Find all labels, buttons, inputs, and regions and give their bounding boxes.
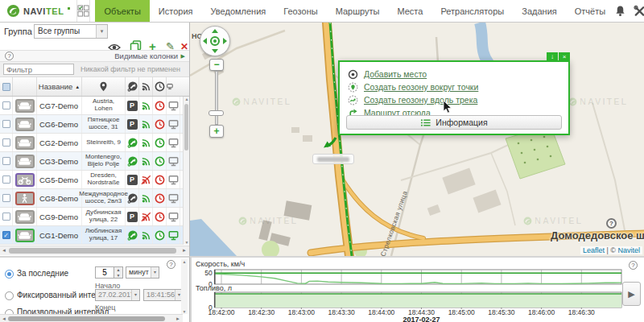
object-row[interactable]: ✓ CG1-Demo Люблинская улица, 17 — [0, 226, 183, 245]
nav-item-8[interactable]: Отчёты — [566, 0, 614, 22]
geofence-track-icon — [348, 95, 358, 105]
scrollbar-thumb[interactable] — [8, 316, 165, 321]
popup-close-button[interactable]: × — [559, 52, 570, 62]
select-all-checkbox[interactable] — [0, 77, 13, 96]
filter-bar: Никакой фильтр не применен — [0, 62, 189, 77]
panel-vertical-scrollbar[interactable]: ▲ ▼ — [181, 259, 188, 314]
radio-fixed-interval[interactable] — [5, 291, 14, 300]
row-checkbox[interactable]: ✓ — [2, 231, 10, 239]
status-activity-icon — [155, 230, 165, 241]
status-moving-icon — [127, 156, 138, 167]
object-row[interactable]: CG8-Demo Международное шоссе, 2вл3 — [0, 189, 183, 208]
visible-columns-link[interactable]: Видимые колонки — [114, 52, 178, 60]
status-monitor-icon — [168, 101, 179, 111]
leaflet-link[interactable]: Leaflet — [583, 246, 605, 254]
menu-add-place[interactable]: Добавить место — [348, 68, 568, 80]
col-connection[interactable] — [139, 77, 153, 96]
nav-item-2[interactable]: Уведомления — [202, 0, 275, 22]
status-connection-icon — [141, 101, 151, 111]
nav-item-3[interactable]: Геозоны — [275, 0, 326, 22]
col-location[interactable] — [82, 77, 126, 96]
object-row[interactable]: CG9-Demo Дубнинская улица, 22 P — [0, 208, 183, 226]
nav-item-7[interactable]: Задания — [513, 0, 565, 22]
object-row[interactable]: CG3-Demo Montenegro, Bijelo Polje — [0, 152, 183, 171]
zoom-out-button[interactable]: − — [209, 59, 224, 71]
row-checkbox[interactable] — [2, 138, 10, 147]
row-checkbox[interactable] — [2, 120, 10, 128]
filter-input[interactable] — [3, 64, 74, 75]
svg-text:18:44:00: 18:44:00 — [368, 308, 394, 316]
group-select[interactable]: Все группы▾ — [34, 24, 108, 39]
map-pan-control[interactable] — [200, 26, 230, 56]
notifications-bell-icon[interactable] — [614, 5, 626, 17]
table-vertical-scrollbar[interactable]: ▲ ▼ — [183, 97, 189, 245]
radio-last-interval[interactable] — [5, 270, 14, 279]
nav-item-6[interactable]: Ретрансляторы — [431, 0, 513, 22]
map-context-popup: ↓ × Добавить место Создать геозону вокру… — [338, 60, 570, 135]
object-row[interactable]: CG6-Demo Пятницкое шоссе, 31 P — [0, 115, 183, 134]
object-name: CG7-Demo — [37, 97, 82, 114]
row-checkbox[interactable] — [2, 213, 10, 221]
columns-arrow-icon: ▶ — [181, 52, 185, 61]
map[interactable]: НС NAVITEL NAVITEL NAVITEL NAVITEL − + С… — [190, 23, 644, 256]
panel-horizontal-scrollbar[interactable]: ◄ ► — [0, 314, 183, 322]
panel-toggle-button[interactable] — [76, 0, 90, 22]
help-icon[interactable]: ? — [5, 52, 14, 60]
pan-left-icon[interactable] — [203, 38, 207, 44]
menu-create-geofence-around-point[interactable]: Создать геозону вокруг точки — [348, 80, 568, 93]
status-activity-icon — [155, 156, 165, 167]
nav-item-1[interactable]: История — [150, 0, 202, 22]
pan-right-icon[interactable] — [223, 38, 227, 44]
pan-up-icon[interactable] — [212, 29, 218, 33]
columns-bar: ? Видимые колонки ▶ — [0, 50, 189, 62]
col-monitor[interactable] — [167, 77, 173, 96]
row-checkbox[interactable] — [2, 101, 10, 109]
object-row[interactable]: CG7-Demo Austria, Lohen P — [0, 97, 183, 115]
zoom-slider[interactable] — [215, 71, 218, 125]
road-name-label: Домодедовское шс — [551, 229, 644, 242]
row-checkbox[interactable] — [2, 175, 10, 184]
map-help-icon[interactable]: ? — [606, 218, 617, 229]
col-activity[interactable] — [153, 77, 167, 96]
vehicle-marker[interactable] — [322, 135, 338, 151]
pan-down-icon[interactable] — [212, 49, 218, 53]
help-icon[interactable]: ? — [167, 260, 175, 269]
object-address: Steinreith, 9 — [82, 134, 126, 151]
value-stepper[interactable]: ▲▼ — [114, 266, 123, 279]
svg-text:18:45:00: 18:45:00 — [448, 308, 475, 316]
table-horizontal-scrollbar[interactable]: ◄ ► — [0, 246, 189, 255]
col-vehicle-type[interactable] — [13, 77, 37, 96]
row-checkbox[interactable] — [2, 157, 10, 165]
information-button[interactable]: Информация — [346, 115, 562, 130]
zoom-in-button[interactable]: + — [209, 125, 224, 138]
tools-icon[interactable] — [634, 5, 644, 17]
vehicle-type-icon — [15, 136, 35, 150]
zoom-slider-handle[interactable] — [208, 110, 224, 116]
status-activity-icon — [155, 212, 165, 222]
nav-item-5[interactable]: Места — [388, 0, 431, 22]
scrollbar-thumb[interactable] — [9, 248, 176, 254]
nav-item-0[interactable]: Объекты — [95, 0, 149, 22]
start-date-select[interactable]: 27.02.2017▾ — [95, 289, 140, 301]
last-value-input[interactable] — [95, 266, 114, 279]
row-checkbox[interactable] — [2, 194, 10, 202]
unit-select[interactable]: минут▾ — [126, 266, 159, 279]
popup-pin-button[interactable]: ↓ — [547, 52, 558, 62]
status-activity-icon — [155, 119, 165, 130]
status-connection-icon — [141, 193, 151, 204]
nav-item-4[interactable]: Маршруты — [327, 0, 389, 22]
playback-button[interactable]: ▶ — [622, 282, 641, 306]
scrollbar-thumb[interactable] — [184, 104, 188, 151]
col-name[interactable]: Название▲ — [37, 77, 82, 96]
col-movement[interactable] — [126, 77, 139, 96]
status-monitor-icon — [168, 156, 179, 167]
chart-help-icon[interactable]: ? — [629, 261, 638, 270]
menu-create-geofence-along-track[interactable]: Создать геозону вдоль трека — [348, 93, 568, 106]
map-watermark: NAVITEL — [238, 216, 298, 225]
status-activity-icon — [155, 193, 165, 204]
object-row[interactable]: CG2-Demo Steinreith, 9 — [0, 134, 183, 152]
pan-center-icon[interactable] — [210, 36, 220, 46]
navitel-link[interactable]: Navitel — [617, 246, 640, 254]
start-time-select[interactable]: 18:41:56▾ — [143, 289, 184, 301]
object-row[interactable]: CG5-Demo Dresden, Nordstraße P — [0, 171, 183, 189]
